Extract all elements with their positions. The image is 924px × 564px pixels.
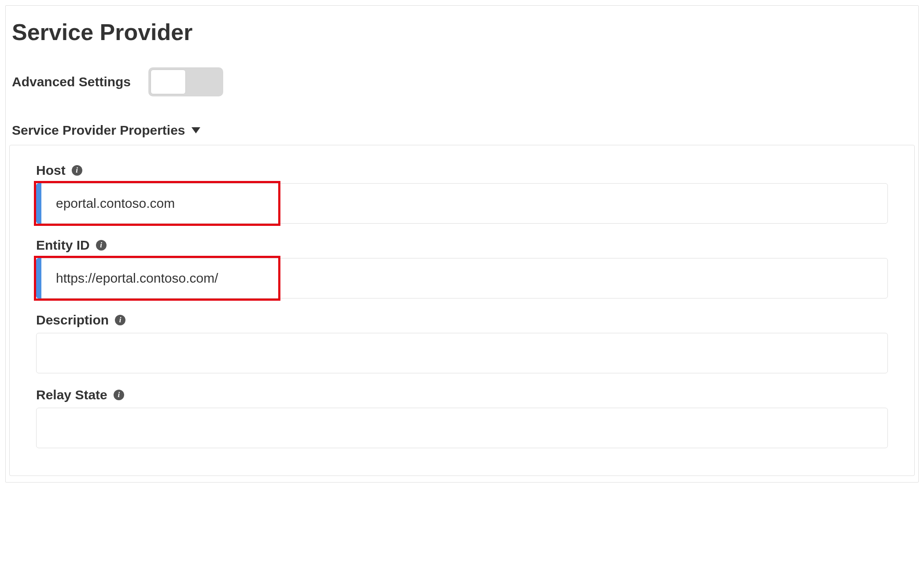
caret-down-icon — [191, 127, 200, 133]
info-icon[interactable]: i — [114, 390, 124, 400]
entity-id-input[interactable] — [36, 258, 888, 299]
field-label-row-relay-state: Relay State i — [36, 387, 888, 402]
entity-id-input-wrapper — [36, 258, 888, 299]
advanced-settings-label: Advanced Settings — [12, 74, 131, 89]
field-label-row-description: Description i — [36, 313, 888, 328]
field-group-relay-state: Relay State i — [36, 387, 888, 448]
page-title: Service Provider — [9, 19, 915, 45]
info-icon[interactable]: i — [72, 165, 82, 176]
description-input-wrapper — [36, 333, 888, 373]
description-label: Description — [36, 313, 109, 328]
blue-strip — [36, 258, 41, 299]
relay-state-input[interactable] — [36, 408, 888, 448]
field-group-entity-id: Entity ID i — [36, 238, 888, 299]
blue-strip — [36, 183, 41, 224]
field-group-host: Host i — [36, 163, 888, 224]
main-container: Service Provider Advanced Settings Servi… — [5, 5, 919, 483]
section-title: Service Provider Properties — [12, 123, 185, 138]
properties-panel: Host i Entity ID i Description — [9, 145, 915, 476]
section-header-service-provider-properties[interactable]: Service Provider Properties — [9, 123, 915, 138]
info-icon[interactable]: i — [96, 240, 107, 251]
advanced-settings-row: Advanced Settings — [9, 67, 915, 96]
description-input[interactable] — [36, 333, 888, 373]
relay-state-label: Relay State — [36, 387, 107, 402]
relay-state-input-wrapper — [36, 408, 888, 448]
field-group-description: Description i — [36, 313, 888, 373]
info-icon[interactable]: i — [115, 315, 125, 325]
entity-id-label: Entity ID — [36, 238, 90, 253]
toggle-handle — [151, 70, 186, 94]
field-label-row-entity-id: Entity ID i — [36, 238, 888, 253]
host-input[interactable] — [36, 183, 888, 224]
advanced-settings-toggle[interactable] — [148, 67, 223, 96]
field-label-row-host: Host i — [36, 163, 888, 178]
host-label: Host — [36, 163, 66, 178]
host-input-wrapper — [36, 183, 888, 224]
